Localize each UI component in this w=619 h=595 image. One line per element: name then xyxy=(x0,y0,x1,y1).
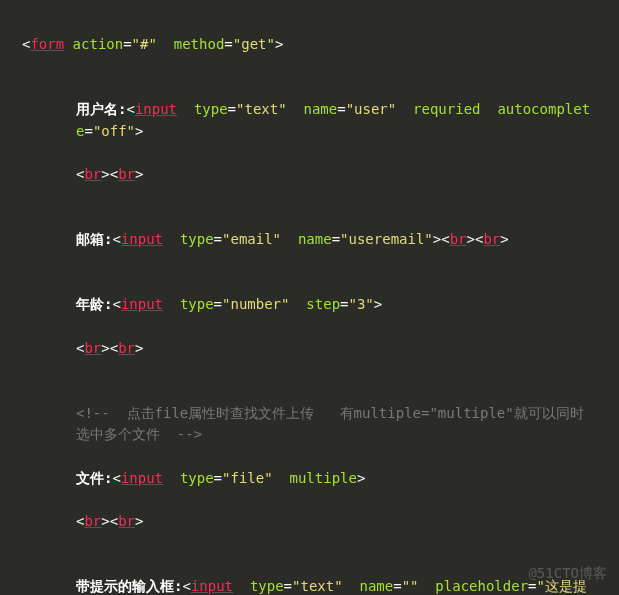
code-line: 邮箱:<input type="email" name="useremail">… xyxy=(22,229,597,251)
watermark-text: @51CTO博客 xyxy=(528,563,607,585)
code-comment: <!-- 点击file属性时查找文件上传 有multiple="multiple… xyxy=(22,403,597,446)
code-line: <form action="#" method="get"> xyxy=(22,34,597,56)
code-line: <br><br> xyxy=(22,164,597,186)
code-line: 带提示的输入框:<input type="text" name="" place… xyxy=(22,576,597,595)
code-line: 年龄:<input type="number" step="3"> xyxy=(22,294,597,316)
code-line: <br><br> xyxy=(22,511,597,533)
code-line: <br><br> xyxy=(22,338,597,360)
code-line: 文件:<input type="file" multiple> xyxy=(22,468,597,490)
code-block: <form action="#" method="get"> 用户名:<inpu… xyxy=(22,34,597,595)
code-line: 用户名:<input type="text" name="user" requr… xyxy=(22,99,597,142)
